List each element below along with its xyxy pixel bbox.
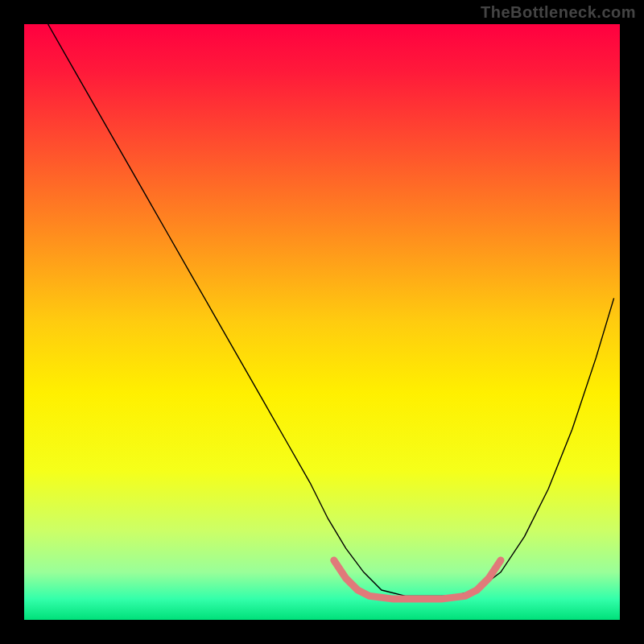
plot-area	[24, 24, 620, 620]
watermark-text: TheBottleneck.com	[481, 3, 636, 22]
chart-frame: TheBottleneck.com	[0, 0, 644, 644]
gradient-background	[24, 24, 620, 620]
bottleneck-chart	[24, 24, 620, 620]
